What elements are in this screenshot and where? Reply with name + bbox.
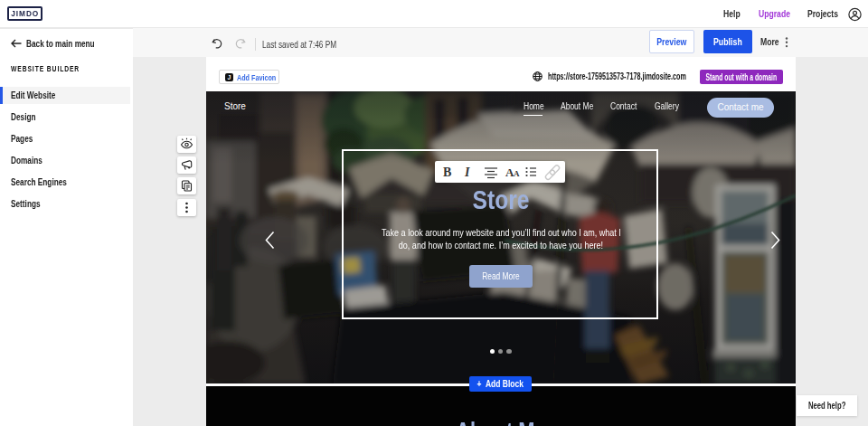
svg-text:B: B [443, 166, 451, 179]
svg-text:I: I [464, 166, 470, 179]
svg-text:A: A [514, 169, 520, 178]
